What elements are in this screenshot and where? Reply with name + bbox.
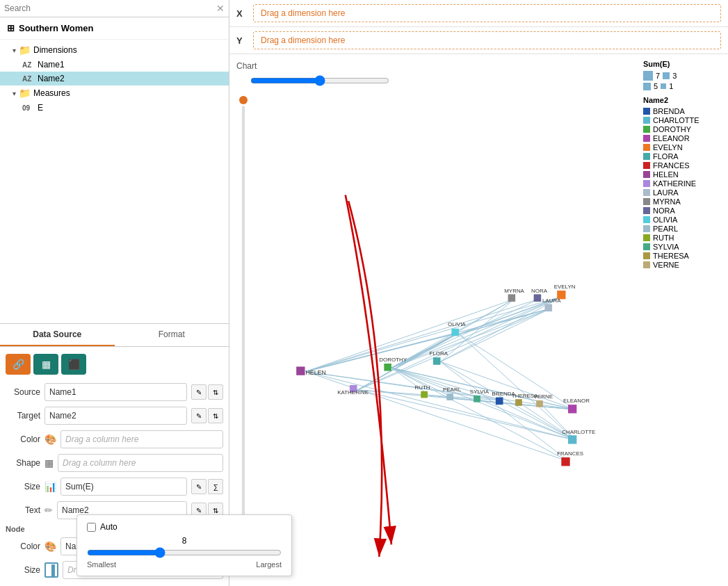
shape-row: Shape ▦ Drag a column here [0, 451, 229, 475]
node-eleanor[interactable] [568, 405, 576, 413]
chart-slider[interactable] [250, 75, 389, 86]
scroll-dot-top[interactable] [239, 96, 248, 104]
source-label: Source [6, 387, 40, 397]
node-olivia[interactable] [451, 329, 459, 336]
node-laura[interactable] [544, 304, 552, 311]
node-frances[interactable] [561, 457, 569, 466]
auto-checkbox[interactable] [87, 523, 96, 532]
node-flora[interactable] [433, 357, 441, 365]
size-edit-btn[interactable]: ✎ [191, 479, 207, 494]
text-icon: ✏ [45, 505, 53, 516]
svg-text:VERNE: VERNE [534, 393, 553, 400]
source-edit-btn[interactable]: ✎ [191, 384, 207, 400]
nodes[interactable]: HELEN KATHERINE DOROTHY FLORA [296, 284, 595, 466]
dimensions-folder[interactable]: ▾ 📁 Dimensions [0, 42, 229, 58]
legend-item: OLIVIA [643, 215, 722, 224]
svg-text:FRANCES: FRANCES [557, 450, 583, 457]
legend-item: LAURA [643, 188, 722, 197]
source-sort-btn[interactable]: ⇅ [208, 384, 223, 400]
node-charlotte[interactable] [568, 435, 576, 443]
legend-color-box [643, 153, 650, 160]
node-dorothy[interactable] [384, 364, 391, 371]
tree-section: ▾ 📁 Dimensions AZ Name1 AZ Name2 ▾ 📁 Mea… [0, 40, 229, 323]
tree-item-name2[interactable]: AZ Name2 [0, 72, 229, 86]
color-field[interactable]: Drag a column here [60, 430, 223, 448]
legend-color-box [643, 189, 650, 196]
color-label: Color [6, 434, 40, 444]
shape-label: Shape [6, 458, 40, 468]
size-icon: 📊 [45, 481, 56, 492]
target-edit-btn[interactable]: ✎ [191, 408, 207, 423]
chart-area: Chart [229, 54, 728, 586]
node-ruth[interactable] [421, 391, 428, 398]
block-btn[interactable]: ⬛ [61, 354, 86, 375]
target-sort-btn[interactable]: ⇅ [208, 408, 223, 423]
size-box-7 [643, 71, 653, 81]
node-nora[interactable] [534, 294, 542, 302]
folder-icon2: 📁 [19, 88, 31, 99]
svg-line-40 [480, 400, 576, 440]
datasource-name: Southern Women [19, 23, 93, 33]
svg-text:KATHERINE: KATHERINE [337, 389, 369, 396]
right-panel: X Drag a dimension here Y Drag a dimensi… [229, 0, 728, 586]
node-sylvia[interactable] [474, 396, 480, 402]
legend-item: HELEN [643, 170, 722, 179]
slider-value: 8 [87, 536, 282, 546]
node-myrna[interactable] [508, 294, 516, 302]
size-slider[interactable] [87, 547, 282, 558]
legend-color-box [643, 162, 650, 169]
node-helen[interactable] [296, 366, 305, 375]
node-pearl[interactable] [446, 393, 453, 400]
grid-btn[interactable]: ▦ [33, 354, 58, 375]
legend-color-box [643, 135, 650, 142]
node-verne[interactable] [536, 400, 543, 407]
close-icon[interactable]: ✕ [216, 3, 225, 14]
size-sort-btn[interactable]: ∑ [208, 479, 223, 494]
size-popup: Auto 8 Smallest Largest [76, 514, 292, 576]
tab-format[interactable]: Format [115, 324, 229, 346]
legend-color-box [643, 225, 650, 232]
y-drop-zone[interactable]: Drag a dimension here [253, 31, 721, 49]
size-actions: ✎ ∑ [191, 479, 223, 494]
node-theresa[interactable] [515, 399, 522, 406]
node-size-icon[interactable]: ▐ [45, 562, 58, 578]
x-axis-label: X [236, 8, 246, 19]
tree-item-name1[interactable]: AZ Name1 [0, 58, 229, 72]
x-drop-zone[interactable]: Drag a dimension here [253, 4, 721, 22]
legend-color-title: Name2 [643, 96, 722, 104]
target-label: Target [6, 411, 40, 421]
target-actions: ✎ ⇅ [191, 408, 223, 423]
legend-name: NORA [653, 206, 675, 215]
chart-title: Chart [236, 61, 631, 71]
shape-field[interactable]: Drag a column here [58, 454, 223, 472]
svg-line-17 [391, 296, 563, 368]
source-actions: ✎ ⇅ [191, 384, 223, 400]
size-field[interactable]: Sum(E) [60, 478, 187, 496]
tree-item-e[interactable]: 09 E [0, 101, 229, 115]
measures-folder[interactable]: ▾ 📁 Measures [0, 86, 229, 101]
size-label-1: 1 [669, 82, 673, 90]
search-input[interactable] [4, 3, 213, 13]
network-graph-svg[interactable]: HELEN KATHERINE DOROTHY FLORA [250, 92, 631, 568]
num-badge: 09 [22, 104, 35, 112]
legend-size-title: Sum(E) [643, 60, 722, 68]
legend-size-5: 5 1 [643, 82, 722, 90]
triangle-icon2: ▾ [13, 90, 16, 97]
x-axis-row: X Drag a dimension here [229, 0, 728, 27]
tab-data-source[interactable]: Data Source [0, 324, 115, 346]
legend-item: CHARLOTTE [643, 116, 722, 124]
legend-name: SYLVIA [653, 243, 679, 251]
target-field[interactable]: Name2 [45, 407, 187, 425]
svg-text:MYRNA: MYRNA [504, 288, 524, 294]
network-btn[interactable]: 🔗 [6, 354, 31, 375]
legend-color-box [643, 198, 650, 205]
legend-name: FLORA [653, 152, 679, 161]
node-brenda[interactable] [496, 398, 503, 405]
source-field[interactable]: Name1 [45, 383, 187, 401]
dimensions-label: Dimensions [33, 45, 77, 55]
legend-item: BRENDA [643, 107, 722, 115]
legend-item: THERESA [643, 252, 722, 260]
legend-size-items: 7 3 5 1 [643, 71, 722, 90]
az-badge: AZ [22, 61, 35, 69]
text-label: Text [6, 505, 40, 515]
